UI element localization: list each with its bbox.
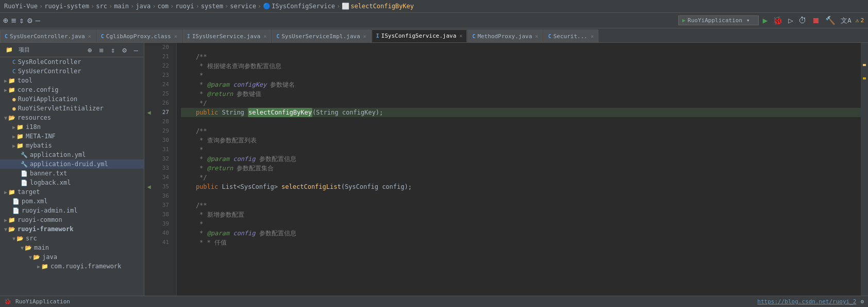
settings-button[interactable]: ⚙: [26, 14, 34, 26]
sep1: ›: [39, 3, 43, 10]
breakpoint-icon[interactable]: ◀: [147, 109, 151, 116]
sidebar-item-ruoyi-admin-iml[interactable]: 📄 ruoyi-admin.iml: [0, 206, 144, 215]
tab-close-icon5[interactable]: ×: [459, 33, 462, 39]
sidebar-item-application-yml[interactable]: 🔧 application.yml: [0, 150, 144, 159]
sidebar-item-label21: main: [34, 244, 49, 251]
sidebar-item-sysrolecontroller[interactable]: C SysRoleController: [0, 57, 144, 67]
gutter-line-23: [144, 71, 154, 80]
sidebar-item-logback-xml[interactable]: 📄 logback.xml: [0, 178, 144, 187]
sidebar-item-target[interactable]: ▶ 📁 target: [0, 187, 144, 197]
gutter-line-33: [144, 164, 154, 173]
breadcrumb-service[interactable]: service: [230, 3, 256, 10]
sidebar-new-button[interactable]: ⊕: [86, 45, 93, 55]
code-text: @return: [207, 89, 233, 99]
run-button[interactable]: ▶: [762, 14, 769, 26]
breadcrumb-java[interactable]: java: [136, 3, 151, 10]
collapse-all-button[interactable]: ≡: [10, 14, 18, 26]
sidebar-item-pom-xml[interactable]: 📄 pom.xml: [0, 197, 144, 206]
code-text: [229, 229, 233, 238]
warning-badge[interactable]: ⚠ 2: [856, 17, 864, 24]
code-line-32: * @param config 参数配置信息: [181, 154, 861, 164]
toolbar-right: ▶ RuoYiApplication ▾ ▶ 🐞 ▷ ⏱ ⏹ 🔨 文A ⚠ 2: [674, 14, 868, 26]
tab-close-icon7[interactable]: ×: [591, 34, 594, 39]
sidebar-item-coreconfig[interactable]: ▶ 📁 core.config: [0, 85, 144, 94]
gutter-line-34: [144, 173, 154, 182]
tab-close-icon4[interactable]: ×: [363, 34, 366, 39]
tab-methodproxy[interactable]: C MethodProxy.java ×: [468, 29, 543, 42]
build-button[interactable]: 🔨: [824, 14, 837, 26]
code-line-27: public String selectConfigByKey(String c…: [181, 108, 861, 117]
tab-close-icon2[interactable]: ×: [174, 34, 177, 39]
folder-icon3: 📂: [8, 115, 15, 121]
expand-all-button[interactable]: ⇕: [18, 14, 25, 26]
tab-isysconfigservice[interactable]: I ISysConfigService.java ×: [372, 29, 468, 42]
tab-close-icon3[interactable]: ×: [263, 34, 266, 39]
sidebar-item-i18n[interactable]: ▶ 📁 i18n: [0, 122, 144, 132]
pom-icon: 📄: [12, 198, 20, 205]
breadcrumb-system[interactable]: system: [201, 3, 223, 10]
code-text: * 新增参数配置: [181, 210, 244, 219]
folder-icon5: 📁: [16, 133, 24, 140]
run-config-bottom[interactable]: RuoYiApplication: [15, 298, 70, 305]
breadcrumb-ruoyi-system[interactable]: ruoyi-system: [44, 3, 89, 10]
ln-22: 22: [154, 61, 172, 71]
sidebar-item-main[interactable]: ▼ 📂 main: [0, 243, 144, 252]
code-line-41: * * 仟值: [181, 238, 861, 247]
coverage-button[interactable]: ▷: [787, 14, 794, 26]
sidebar-collapse-button[interactable]: ≡: [97, 45, 105, 55]
sidebar-title: 项目: [19, 46, 82, 54]
code-editor[interactable]: /** * 根据键名查询参数配置信息 * * @param configKey …: [177, 43, 861, 307]
tab-label5: ISysConfigService.java: [381, 33, 457, 39]
gutter-line-25: [144, 89, 154, 99]
tab-security[interactable]: C Securit... ×: [543, 29, 598, 42]
app-icon: ●: [12, 96, 16, 103]
settings-icon[interactable]: ⚙: [860, 298, 864, 305]
debug-button[interactable]: 🐞: [772, 14, 784, 26]
sidebar-item-banner-txt[interactable]: 📄 banner.txt: [0, 169, 144, 178]
link-text[interactable]: https://blog.csdn.net/ruoyi_2: [757, 298, 856, 305]
sidebar-sort-button[interactable]: ⇕: [109, 45, 116, 55]
stop-button[interactable]: ⏹: [811, 14, 821, 26]
tab-sysusercontroller[interactable]: C SysUserController.java ×: [0, 29, 96, 42]
breadcrumb-ruoyi-vue[interactable]: RuoYi-Vue: [4, 3, 38, 10]
tab-cglibaopproxy[interactable]: C CglibAopProxy.class ×: [96, 29, 182, 42]
sidebar-close-button[interactable]: —: [132, 45, 140, 55]
translate-button[interactable]: 文A: [840, 15, 853, 26]
tab-close-icon6[interactable]: ×: [535, 34, 538, 39]
class-icon2: C: [12, 68, 16, 75]
sidebar-item-ruoyiservletinitializer[interactable]: ● RuoYiServletInitializer: [0, 104, 144, 113]
sidebar-item-ruoyi-framework[interactable]: ▼ 📂 ruoyi-framework: [0, 224, 144, 234]
breadcrumb-com[interactable]: com: [157, 3, 169, 10]
sidebar-item-com-ruoyi-framework[interactable]: ▶ 📁 com.ruoyi.framework: [0, 262, 144, 271]
sidebar-item-src[interactable]: ▼ 📂 src: [0, 234, 144, 243]
sidebar-item-label15: target: [18, 188, 40, 196]
run-config-selector[interactable]: ▶ RuoYiApplication ▾: [678, 15, 758, 25]
breadcrumb-ruoyi[interactable]: ruoyi: [175, 3, 194, 10]
breadcrumb-main[interactable]: main: [114, 3, 129, 10]
ln-36: 36: [154, 191, 172, 201]
tab-sysuserserviceimpl[interactable]: C SysUserServiceImpl.java ×: [272, 29, 371, 42]
breadcrumb-src[interactable]: src: [96, 3, 107, 10]
sidebar-icon: 📁: [4, 46, 14, 54]
sidebar-item-label19: ruoyi-framework: [18, 225, 73, 233]
tab-close-icon[interactable]: ×: [88, 34, 91, 39]
sidebar-item-java[interactable]: ▼ 📂 java: [0, 252, 144, 262]
sidebar-item-label11: application.yml: [30, 151, 86, 158]
breakpoint-icon2[interactable]: ◀: [147, 183, 151, 190]
code-line-33: * @return 参数配置集合: [181, 164, 861, 173]
sidebar-item-mybatis[interactable]: ▶ 📁 mybatis: [0, 141, 144, 150]
breadcrumb-isysconfigservice[interactable]: ISysConfigService: [272, 3, 335, 10]
sidebar-settings-button[interactable]: ⚙: [121, 45, 128, 55]
sidebar-item-tool[interactable]: ▶ 📁 tool: [0, 76, 144, 85]
sidebar-item-resources[interactable]: ▼ 📂 resources: [0, 113, 144, 122]
close-sidebar-button[interactable]: —: [35, 14, 42, 26]
sidebar-item-ruoyi-common[interactable]: ▶ 📁 ruoyi-common: [0, 215, 144, 224]
sidebar-item-ruoyiapplication[interactable]: ● RuoYiApplication: [0, 94, 144, 104]
new-file-button[interactable]: ⊕: [2, 14, 9, 26]
breadcrumb-selectconfigbykey[interactable]: selectConfigByKey: [350, 3, 414, 10]
sidebar-item-sysusercontroller[interactable]: C SysUserController: [0, 67, 144, 76]
profile-button[interactable]: ⏱: [797, 14, 808, 26]
sidebar-item-metainf[interactable]: ▶ 📁 META-INF: [0, 132, 144, 141]
tab-isysuserservice[interactable]: I ISysUserService.java ×: [182, 29, 272, 42]
sidebar-item-application-druid-yml[interactable]: 🔧 application-druid.yml: [0, 159, 144, 169]
